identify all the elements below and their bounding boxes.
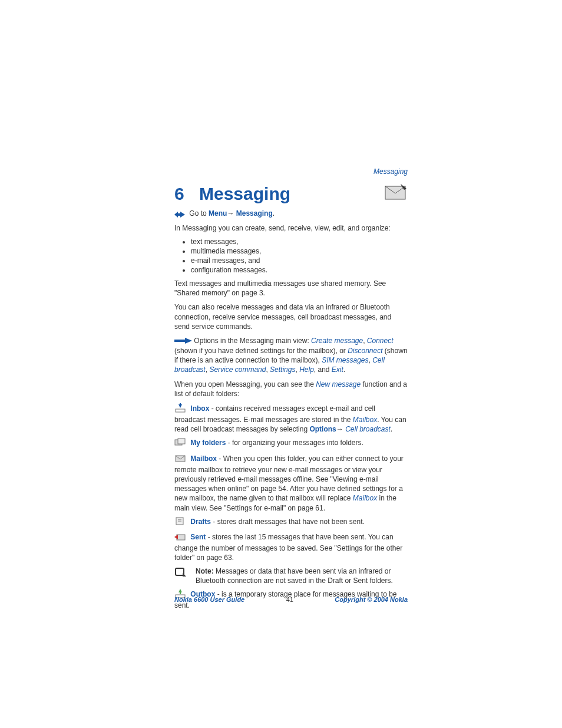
svg-rect-4 (176, 409, 185, 412)
options-lead: Options in the Messaging main view: (194, 337, 311, 345)
svg-rect-13 (177, 535, 185, 540)
link-create-message[interactable]: Create message (311, 337, 363, 345)
chapter-heading: 6 Messaging (174, 184, 408, 204)
link-settings[interactable]: Settings (270, 365, 295, 374)
link-messaging[interactable]: Messaging (236, 209, 273, 218)
drafts-icon (174, 516, 189, 528)
list-item: multimedia messages, (191, 247, 408, 255)
link-help[interactable]: Help (299, 365, 314, 374)
list-item: e-mail messages, and (191, 256, 408, 265)
footer-copyright: Copyright © 2004 Nokia (335, 596, 408, 603)
link-options[interactable]: Options (309, 425, 336, 433)
svg-rect-15 (176, 568, 184, 575)
folder-sent: Sent - stores the last 15 messages that … (174, 532, 408, 563)
document-page: Messaging 6 Messaging Go to Menu→ Messag… (0, 0, 562, 728)
footer-page-number: 41 (286, 596, 293, 603)
sent-icon (174, 532, 189, 543)
goto-prefix: Go to (189, 209, 209, 218)
pointer-icon (174, 337, 192, 346)
shared-memory-paragraph: Text messages and multimedia messages us… (174, 279, 408, 298)
folder-mailbox: Mailbox - When you open this folder, you… (174, 453, 408, 513)
also-receive-paragraph: You can also receive messages and data v… (174, 302, 408, 331)
goto-line: Go to Menu→ Messaging. (174, 209, 408, 219)
folder-drafts: Drafts - stores draft messages that have… (174, 516, 408, 528)
envelope-icon (384, 183, 408, 202)
link-exit[interactable]: Exit (332, 365, 343, 374)
link-sent[interactable]: Sent (190, 533, 206, 541)
link-mailbox-italic[interactable]: Mailbox (353, 494, 377, 502)
mailbox-icon (174, 453, 189, 465)
open-messaging-paragraph: When you open Messaging, you can see the… (174, 380, 408, 398)
list-item: text messages, (191, 238, 408, 246)
list-item: configuration messages. (191, 266, 408, 274)
svg-marker-14 (174, 535, 178, 539)
link-new-message[interactable]: New message (316, 380, 361, 388)
intro-paragraph: In Messaging you can create, send, recei… (174, 223, 408, 233)
svg-marker-2 (174, 212, 185, 218)
chapter-number: 6 (174, 184, 199, 204)
goto-suffix: . (273, 209, 275, 218)
running-header: Messaging (373, 167, 408, 176)
goto-arrow-text: → (227, 209, 236, 218)
link-mailbox-inline[interactable]: Mailbox (353, 416, 377, 424)
goto-arrow-icon (174, 209, 187, 219)
page-footer: Nokia 6600 User Guide 41 Copyright © 200… (174, 596, 408, 603)
link-my-folders[interactable]: My folders (190, 439, 226, 447)
inbox-icon (174, 403, 189, 415)
link-disconnect[interactable]: Disconnect (348, 347, 382, 355)
note-text: Note: Messages or data that have been se… (196, 566, 408, 585)
note-block: Note: Messages or data that have been se… (174, 566, 408, 585)
link-connect[interactable]: Connect (367, 337, 394, 345)
footer-left: Nokia 6600 User Guide (174, 596, 244, 603)
note-label: Note: (196, 567, 214, 575)
note-icon (174, 566, 196, 585)
link-sim-messages[interactable]: SIM messages (322, 356, 368, 364)
folder-my-folders: My folders - for organizing your message… (174, 437, 408, 449)
link-menu[interactable]: Menu (209, 209, 227, 218)
link-mailbox[interactable]: Mailbox (190, 454, 217, 463)
options-paragraph: Options in the Messaging main view: Crea… (174, 336, 408, 374)
link-cell-broadcast-2[interactable]: Cell broadcast (345, 425, 391, 433)
folder-inbox: Inbox - contains received messages excep… (174, 403, 408, 434)
link-drafts[interactable]: Drafts (190, 518, 211, 526)
chapter-title: Messaging (199, 184, 290, 204)
svg-marker-3 (174, 338, 192, 344)
link-service-command[interactable]: Service command (209, 365, 266, 374)
my-folders-icon (174, 437, 189, 449)
message-types-list: text messages, multimedia messages, e-ma… (174, 238, 408, 274)
svg-rect-8 (178, 439, 185, 444)
link-inbox[interactable]: Inbox (190, 404, 209, 413)
